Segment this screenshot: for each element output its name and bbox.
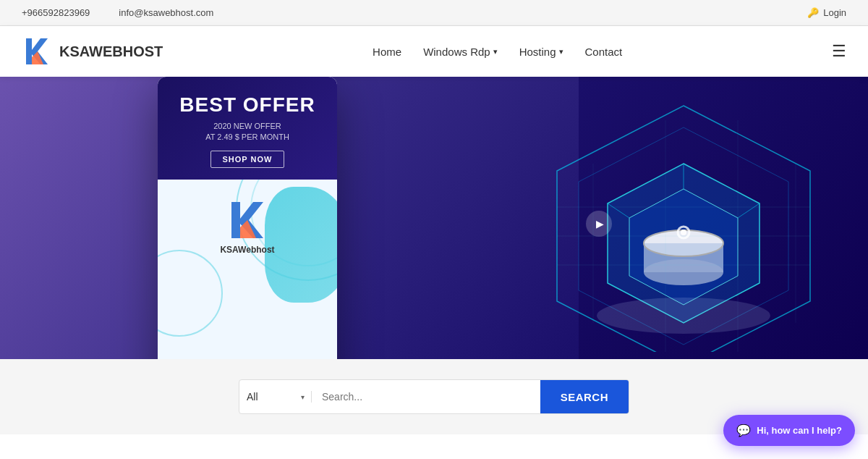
logo[interactable]: KSAWEBHOST: [22, 35, 163, 67]
navbar: KSAWEBHOST Home Windows Rdp ▾ Hosting ▾ …: [0, 26, 868, 77]
svg-point-23: [597, 298, 770, 334]
svg-point-22: [681, 230, 686, 235]
nav-windows-rdp[interactable]: Windows Rdp ▾: [423, 46, 498, 58]
chat-icon: 💬: [736, 424, 751, 437]
popup-subtitle: 2020 NEW OFFER AT 2.49 $ PER MONTH: [172, 121, 323, 143]
login-link[interactable]: Login: [823, 7, 846, 18]
popup-brand-name: KSAWebhost: [220, 245, 274, 255]
key-icon: 🔑: [807, 7, 819, 18]
search-select-wrapper: All Domains Hosting VPS ▾: [239, 380, 312, 413]
popup-card: BEST OFFER 2020 NEW OFFER AT 2.49 $ PER …: [158, 77, 337, 359]
nav-hosting[interactable]: Hosting ▾: [519, 46, 563, 58]
search-category-select[interactable]: All Domains Hosting VPS: [239, 391, 312, 403]
hero-section: BEST OFFER 2020 NEW OFFER AT 2.49 $ PER …: [0, 77, 868, 359]
search-bar: All Domains Hosting VPS ▾ SEARCH: [239, 379, 629, 414]
nav-contact[interactable]: Contact: [585, 46, 623, 58]
main-nav: Home Windows Rdp ▾ Hosting ▾ Contact: [373, 46, 622, 58]
popup-logo-area: KSAWebhost: [220, 198, 274, 255]
chat-widget[interactable]: 💬 Hi, how can I help?: [723, 415, 855, 446]
phone-number: +966592823969: [22, 7, 90, 18]
logo-icon: [22, 35, 54, 67]
play-button[interactable]: [586, 211, 612, 237]
svg-point-9: [644, 259, 723, 285]
shop-now-button[interactable]: SHOP NOW: [210, 151, 285, 168]
search-input[interactable]: [312, 380, 540, 413]
search-button[interactable]: SEARCH: [540, 380, 629, 413]
chevron-down-icon: ▾: [559, 47, 563, 56]
popup-k-logo: [226, 198, 269, 242]
hamburger-icon[interactable]: ☰: [832, 42, 846, 61]
chat-label: Hi, how can I help?: [757, 425, 842, 436]
top-bar: +966592823969 info@ksawebhost.com 🔑 Logi…: [0, 0, 868, 26]
logo-text: KSAWEBHOST: [59, 43, 163, 60]
email-address: info@ksawebhost.com: [119, 7, 213, 18]
popup-best-offer-title: BEST OFFER: [172, 94, 323, 117]
popup-body: KSAWebhost: [158, 180, 337, 359]
curve3: [158, 250, 223, 337]
chevron-down-icon: ▾: [493, 47, 498, 56]
popup-top: BEST OFFER 2020 NEW OFFER AT 2.49 $ PER …: [158, 77, 337, 180]
hex-illustration: [521, 91, 846, 352]
nav-home[interactable]: Home: [373, 46, 401, 58]
